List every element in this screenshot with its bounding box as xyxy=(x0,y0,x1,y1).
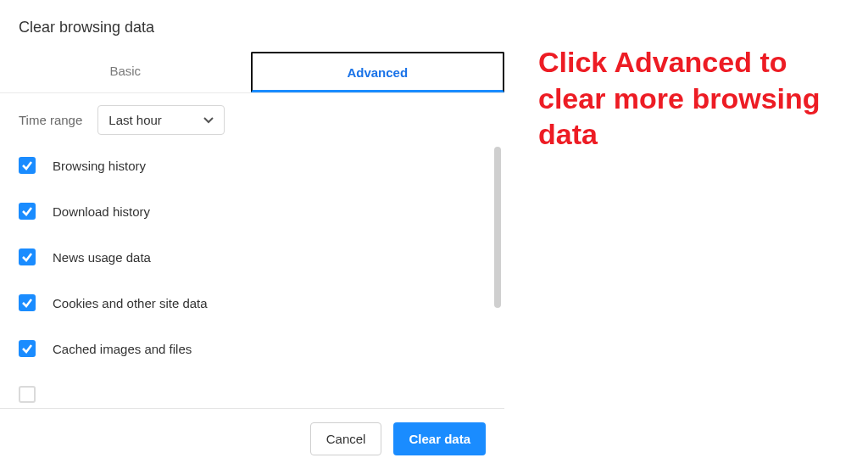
checkbox-cookies[interactable] xyxy=(19,294,36,311)
option-label: Cookies and other site data xyxy=(53,296,208,310)
chevron-down-icon xyxy=(203,117,214,124)
options-scroll-area: Browsing history Download history News u… xyxy=(0,147,504,408)
option-label: Browsing history xyxy=(53,159,146,173)
checkbox-truncated[interactable] xyxy=(19,386,36,403)
option-truncated xyxy=(19,386,504,403)
option-news-usage: News usage data xyxy=(19,248,504,265)
option-browsing-history: Browsing history xyxy=(19,157,504,174)
option-cached-images: Cached images and files xyxy=(19,340,504,357)
cancel-button[interactable]: Cancel xyxy=(310,422,382,455)
option-label: Cached images and files xyxy=(53,342,192,356)
option-cookies: Cookies and other site data xyxy=(19,294,504,311)
dialog-footer: Cancel Clear data xyxy=(0,408,504,469)
clear-browsing-data-dialog: Clear browsing data Basic Advanced Time … xyxy=(0,0,504,469)
checkbox-cached-images[interactable] xyxy=(19,340,36,357)
option-label: News usage data xyxy=(53,250,151,265)
time-range-select[interactable]: Last hour xyxy=(97,105,225,135)
option-download-history: Download history xyxy=(19,203,504,220)
time-range-label: Time range xyxy=(19,113,82,127)
time-range-row: Time range Last hour xyxy=(0,93,504,147)
option-label: Download history xyxy=(53,204,150,219)
checkbox-browsing-history[interactable] xyxy=(19,157,36,174)
tab-basic[interactable]: Basic xyxy=(0,52,251,92)
annotation-text: Click Advanced to clear more browsing da… xyxy=(504,0,860,469)
scrollbar[interactable] xyxy=(494,147,501,308)
time-range-value: Last hour xyxy=(108,113,162,127)
dialog-title: Clear browsing data xyxy=(0,0,504,52)
tabs: Basic Advanced xyxy=(0,52,504,92)
clear-data-button[interactable]: Clear data xyxy=(393,422,486,455)
tab-advanced[interactable]: Advanced xyxy=(251,52,505,92)
checkbox-news-usage[interactable] xyxy=(19,248,36,265)
checkbox-download-history[interactable] xyxy=(19,203,36,220)
